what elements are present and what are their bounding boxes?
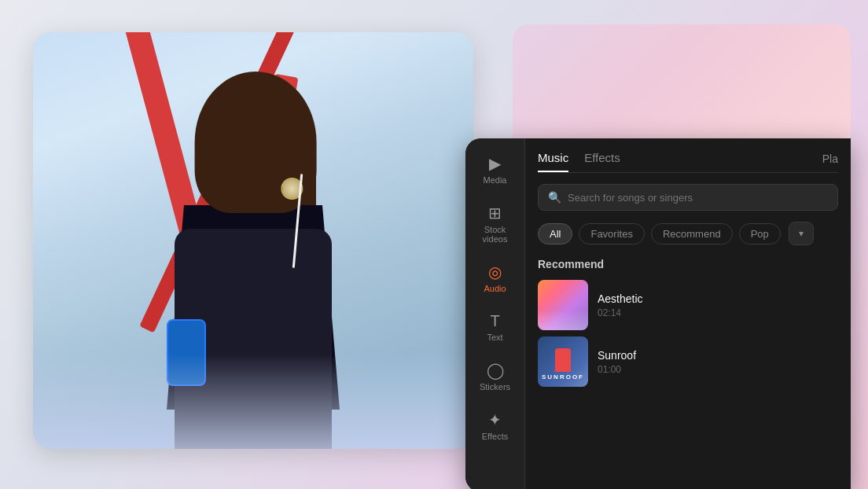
sidebar-item-stock-videos[interactable]: ⊞ Stockvideos <box>469 196 522 252</box>
audio-icon: ◎ <box>488 263 502 281</box>
pill-all[interactable]: All <box>538 223 572 244</box>
effects-icon: ✦ <box>488 410 502 429</box>
music-title-aesthetic: Aesthetic <box>598 292 643 305</box>
search-bar[interactable]: 🔍 <box>538 184 838 211</box>
tabs-row: Music Effects Pla <box>538 151 838 173</box>
music-item-aesthetic[interactable]: Aesthetic 02:14 <box>538 280 838 330</box>
pill-recommend[interactable]: Recommend <box>651 223 733 244</box>
music-info-sunroof: Sunroof 01:00 <box>598 349 636 375</box>
media-icon: ▶ <box>489 154 501 173</box>
thumb-sunroof-figure <box>555 348 571 372</box>
photo-background <box>33 32 473 449</box>
main-container: ▶ Media ⊞ Stockvideos ◎ Audio T Text ◯ S… <box>17 17 851 472</box>
sidebar-item-media[interactable]: ▶ Media <box>469 146 522 193</box>
tab-extra[interactable]: Pla <box>822 153 838 171</box>
search-input[interactable] <box>568 192 828 204</box>
tab-music[interactable]: Music <box>538 151 568 172</box>
photo-card <box>33 32 473 449</box>
pill-favorites[interactable]: Favorites <box>579 223 644 244</box>
music-item-sunroof[interactable]: SUNROOF Sunroof 01:00 <box>538 336 838 387</box>
filter-pills: All Favorites Recommend Pop ▾ <box>538 222 838 245</box>
text-icon: T <box>490 312 499 330</box>
thumbnail-sunroof: SUNROOF <box>538 336 588 387</box>
tab-effects[interactable]: Effects <box>584 151 620 172</box>
thumb-sunroof-bg: SUNROOF <box>538 336 588 387</box>
search-icon: 🔍 <box>548 191 561 204</box>
filter-dropdown-button[interactable]: ▾ <box>789 222 814 245</box>
sidebar: ▶ Media ⊞ Stockvideos ◎ Audio T Text ◯ S… <box>465 138 525 489</box>
thumb-aesthetic-bg <box>538 280 588 330</box>
stock-videos-icon: ⊞ <box>488 204 502 222</box>
main-content: Music Effects Pla 🔍 All Favorites Recomm… <box>525 138 851 489</box>
thumb-aesthetic-clouds <box>538 310 588 330</box>
thumbnail-aesthetic <box>538 280 588 330</box>
photo-bottom-gradient <box>33 355 473 449</box>
music-duration-aesthetic: 02:14 <box>598 307 643 318</box>
sidebar-item-stickers[interactable]: ◯ Stickers <box>469 353 522 399</box>
music-title-sunroof: Sunroof <box>598 349 636 362</box>
thumb-sunroof-text: SUNROOF <box>542 373 584 387</box>
stickers-icon: ◯ <box>487 361 504 380</box>
music-duration-sunroof: 01:00 <box>598 364 636 375</box>
sidebar-item-audio[interactable]: ◎ Audio <box>469 255 522 301</box>
sidebar-item-text[interactable]: T Text <box>469 304 522 350</box>
music-list: Aesthetic 02:14 SUNROOF Sunroof 01:00 <box>538 280 838 387</box>
pill-pop[interactable]: Pop <box>739 223 781 244</box>
dark-panel: ▶ Media ⊞ Stockvideos ◎ Audio T Text ◯ S… <box>465 138 851 489</box>
sidebar-item-effects[interactable]: ✦ Effects <box>469 403 522 449</box>
recommend-section-title: Recommend <box>538 258 838 270</box>
music-info-aesthetic: Aesthetic 02:14 <box>598 292 643 318</box>
chevron-down-icon: ▾ <box>799 228 804 239</box>
